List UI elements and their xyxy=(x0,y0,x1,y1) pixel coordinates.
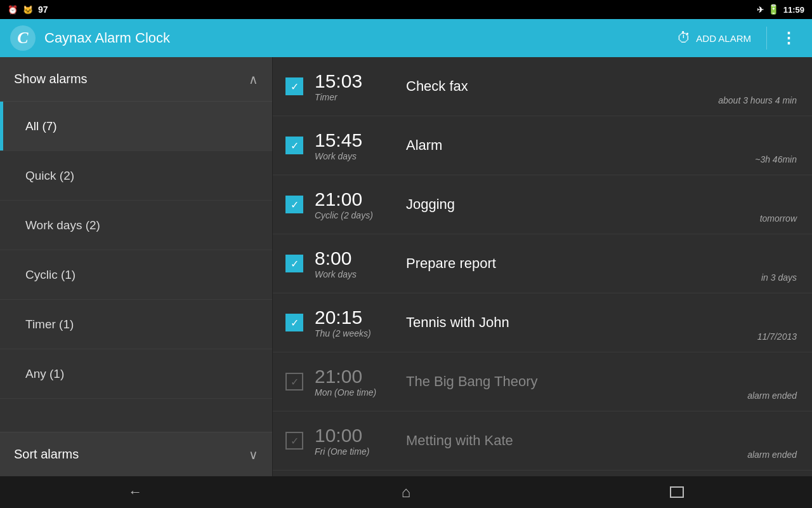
alarm-item[interactable]: ✓ 8:00 Work days Prepare report in 3 day… xyxy=(273,234,812,293)
app-bar-left: C Caynax Alarm Clock xyxy=(10,25,170,51)
alarm-subtitle: Work days xyxy=(315,269,397,279)
alarm-subtitle: Timer xyxy=(315,92,397,102)
checkmark-icon: ✓ xyxy=(291,81,299,93)
sidebar-item-cyclic[interactable]: Cyclic (1) xyxy=(0,250,272,300)
alarm-time: 8:00 xyxy=(315,248,397,269)
sidebar-item-quick-label: Quick (2) xyxy=(25,169,74,183)
main-content: Show alarms ∧ All (7) Quick (2) Work day… xyxy=(0,57,812,476)
battery-icon: 🔋 xyxy=(768,4,780,15)
alarm-subtitle: Thu (2 weeks) xyxy=(315,328,397,338)
alarm-subtitle: Fri (One time) xyxy=(315,446,397,457)
app-bar-right: ⏱ ADD ALARM ⋮ xyxy=(671,25,802,51)
alarm-subtitle: Work days xyxy=(315,151,397,161)
alarm-checkbox[interactable]: ✓ xyxy=(285,77,303,95)
overflow-menu-button[interactable]: ⋮ xyxy=(776,25,802,51)
alarm-item[interactable]: ✓ 15:03 Timer Check fax about 3 hours 4 … xyxy=(273,57,812,116)
sidebar-item-all-label: All (7) xyxy=(25,119,57,133)
alarm-checkbox[interactable]: ✓ xyxy=(285,255,303,272)
alarm-meta: in 3 days xyxy=(761,272,797,283)
alarm-meta: tomorrow xyxy=(760,213,797,224)
alarm-info: Alarm xyxy=(400,137,799,154)
recents-button[interactable] xyxy=(652,476,702,508)
alarm-name: Prepare report xyxy=(406,255,496,271)
alarm-checkbox[interactable]: ✓ xyxy=(285,314,303,331)
alarm-info: Check fax xyxy=(400,78,799,95)
sidebar-item-timer-label: Timer (1) xyxy=(25,318,74,331)
toolbar-divider xyxy=(766,27,767,50)
sort-alarms-header[interactable]: Sort alarms ∨ xyxy=(0,432,272,476)
alarm-time: 15:45 xyxy=(315,130,397,151)
show-alarms-chevron-icon: ∧ xyxy=(249,72,258,87)
alarm-time-block: 21:00 Cyclic (2 days) xyxy=(315,189,397,220)
sidebar-item-any[interactable]: Any (1) xyxy=(0,349,272,399)
add-alarm-icon: ⏱ xyxy=(677,30,691,46)
alarm-time: 10:00 xyxy=(315,425,397,446)
alarm-name: The Big Bang Theory xyxy=(406,373,538,389)
alarm-time-block: 8:00 Work days xyxy=(315,248,397,279)
sidebar-item-cyclic-label: Cyclic (1) xyxy=(25,268,75,282)
alarm-name: Tennis with John xyxy=(406,314,509,330)
alarm-item[interactable]: ✓ 20:15 Thu (2 weeks) Tennis with John 1… xyxy=(273,293,812,352)
add-alarm-button[interactable]: ⏱ ADD ALARM xyxy=(671,26,757,50)
checkmark-icon: ✓ xyxy=(291,258,299,270)
alarm-info: Jogging xyxy=(400,196,799,213)
alarm-checkbox[interactable]: ✓ xyxy=(285,196,303,213)
back-button[interactable]: ← xyxy=(110,476,160,508)
bottom-nav: ← ⌂ xyxy=(0,476,812,508)
alarms-list: ✓ 15:03 Timer Check fax about 3 hours 4 … xyxy=(273,57,812,476)
sidebar-item-timer[interactable]: Timer (1) xyxy=(0,300,272,349)
alarm-time-block: 15:03 Timer xyxy=(315,70,397,102)
alarm-name: Check fax xyxy=(406,78,468,94)
alarm-time: 20:15 xyxy=(315,307,397,328)
alarm-info: Metting with Kate xyxy=(400,432,799,449)
alarm-checkbox[interactable]: ✓ xyxy=(285,373,303,391)
alarm-time-block: 10:00 Fri (One time) xyxy=(315,425,397,457)
alarm-meta: 11/7/2013 xyxy=(757,331,797,342)
alarm-info: Tennis with John xyxy=(400,314,799,331)
alarm-meta: alarm ended xyxy=(747,391,797,401)
alarm-subtitle: Cyclic (2 days) xyxy=(315,210,397,220)
logo-letter: C xyxy=(17,29,28,48)
alarm-meta: about 3 hours 4 min xyxy=(718,95,797,105)
show-alarms-header[interactable]: Show alarms ∧ xyxy=(0,57,272,102)
checkmark-icon: ✓ xyxy=(291,317,299,329)
sidebar-item-quick[interactable]: Quick (2) xyxy=(0,151,272,201)
alarm-item[interactable]: ✓ 21:00 Mon (One time) The Big Bang Theo… xyxy=(273,352,812,411)
sidebar: Show alarms ∧ All (7) Quick (2) Work day… xyxy=(0,57,273,476)
app-title: Caynax Alarm Clock xyxy=(44,30,170,46)
alarm-time-block: 20:15 Thu (2 weeks) xyxy=(315,307,397,338)
add-alarm-label: ADD ALARM xyxy=(696,33,751,44)
sort-alarms-label: Sort alarms xyxy=(14,447,79,462)
alarm-item[interactable]: ✓ 10:00 Fri (One time) Metting with Kate… xyxy=(273,411,812,471)
alarm-meta: alarm ended xyxy=(747,450,797,460)
cat-icon: 🐱 xyxy=(23,5,33,15)
alarm-time: 21:00 xyxy=(315,189,397,210)
alarm-name: Metting with Kate xyxy=(406,432,513,448)
home-button[interactable]: ⌂ xyxy=(381,476,431,508)
alarm-time-block: 21:00 Mon (One time) xyxy=(315,366,397,398)
alarm-item[interactable]: ✓ 21:00 Cyclic (2 days) Jogging tomorrow xyxy=(273,175,812,234)
alarm-name: Alarm xyxy=(406,137,442,153)
sidebar-item-all[interactable]: All (7) xyxy=(0,102,272,151)
alarm-time: 15:03 xyxy=(315,70,397,92)
clock-display: 11:59 xyxy=(783,5,804,15)
alarm-time-block: 15:45 Work days xyxy=(315,130,397,161)
alarm-info: The Big Bang Theory xyxy=(400,373,799,390)
home-icon: ⌂ xyxy=(402,483,411,501)
status-bar-right: ✈ 🔋 11:59 xyxy=(757,4,804,15)
alarm-subtitle: Mon (One time) xyxy=(315,387,397,398)
checkmark-icon: ✓ xyxy=(291,140,299,152)
sidebar-item-any-label: Any (1) xyxy=(25,367,64,381)
airplane-icon: ✈ xyxy=(757,5,764,15)
alarm-checkbox[interactable]: ✓ xyxy=(285,432,303,450)
alarm-name: Jogging xyxy=(406,196,455,212)
sidebar-item-workdays-label: Work days (2) xyxy=(25,218,100,232)
alarm-item[interactable]: ✓ 15:45 Work days Alarm ~3h 46min xyxy=(273,116,812,175)
alarm-status-icon: ⏰ xyxy=(8,5,18,15)
app-bar: C Caynax Alarm Clock ⏱ ADD ALARM ⋮ xyxy=(0,19,812,57)
alarm-checkbox[interactable]: ✓ xyxy=(285,137,303,154)
sidebar-item-workdays[interactable]: Work days (2) xyxy=(0,201,272,250)
sort-alarms-chevron-icon: ∨ xyxy=(249,447,258,462)
show-alarms-label: Show alarms xyxy=(14,72,88,86)
status-bar-left: ⏰ 🐱 97 xyxy=(8,4,48,15)
